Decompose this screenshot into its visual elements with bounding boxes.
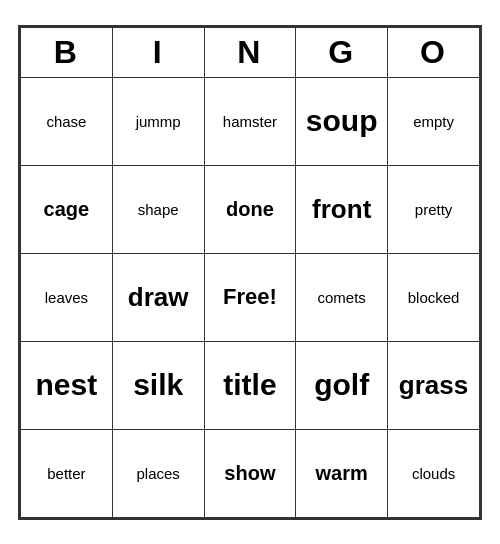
bingo-card: B I N G O chasejummphamstersoupemptycage… bbox=[18, 25, 482, 520]
table-cell: golf bbox=[296, 341, 388, 429]
table-cell: draw bbox=[112, 253, 204, 341]
table-cell: empty bbox=[388, 77, 480, 165]
header-n: N bbox=[204, 27, 296, 77]
bingo-table: B I N G O chasejummphamstersoupemptycage… bbox=[20, 27, 480, 518]
table-cell: grass bbox=[388, 341, 480, 429]
table-cell: show bbox=[204, 429, 296, 517]
header-row: B I N G O bbox=[21, 27, 480, 77]
table-cell: clouds bbox=[388, 429, 480, 517]
header-i: I bbox=[112, 27, 204, 77]
header-o: O bbox=[388, 27, 480, 77]
table-cell: shape bbox=[112, 165, 204, 253]
table-cell: chase bbox=[21, 77, 113, 165]
table-cell: Free! bbox=[204, 253, 296, 341]
table-cell: done bbox=[204, 165, 296, 253]
table-cell: soup bbox=[296, 77, 388, 165]
table-cell: pretty bbox=[388, 165, 480, 253]
header-b: B bbox=[21, 27, 113, 77]
table-cell: places bbox=[112, 429, 204, 517]
table-cell: hamster bbox=[204, 77, 296, 165]
table-cell: cage bbox=[21, 165, 113, 253]
table-cell: warm bbox=[296, 429, 388, 517]
table-row: nestsilktitlegolfgrass bbox=[21, 341, 480, 429]
table-cell: silk bbox=[112, 341, 204, 429]
bingo-body: chasejummphamstersoupemptycageshapedonef… bbox=[21, 77, 480, 517]
table-cell: better bbox=[21, 429, 113, 517]
table-cell: nest bbox=[21, 341, 113, 429]
table-cell: jummp bbox=[112, 77, 204, 165]
table-cell: comets bbox=[296, 253, 388, 341]
table-row: betterplacesshowwarmclouds bbox=[21, 429, 480, 517]
header-g: G bbox=[296, 27, 388, 77]
table-row: chasejummphamstersoupempty bbox=[21, 77, 480, 165]
table-row: cageshapedonefrontpretty bbox=[21, 165, 480, 253]
table-cell: title bbox=[204, 341, 296, 429]
table-cell: leaves bbox=[21, 253, 113, 341]
table-cell: front bbox=[296, 165, 388, 253]
table-cell: blocked bbox=[388, 253, 480, 341]
table-row: leavesdrawFree!cometsblocked bbox=[21, 253, 480, 341]
